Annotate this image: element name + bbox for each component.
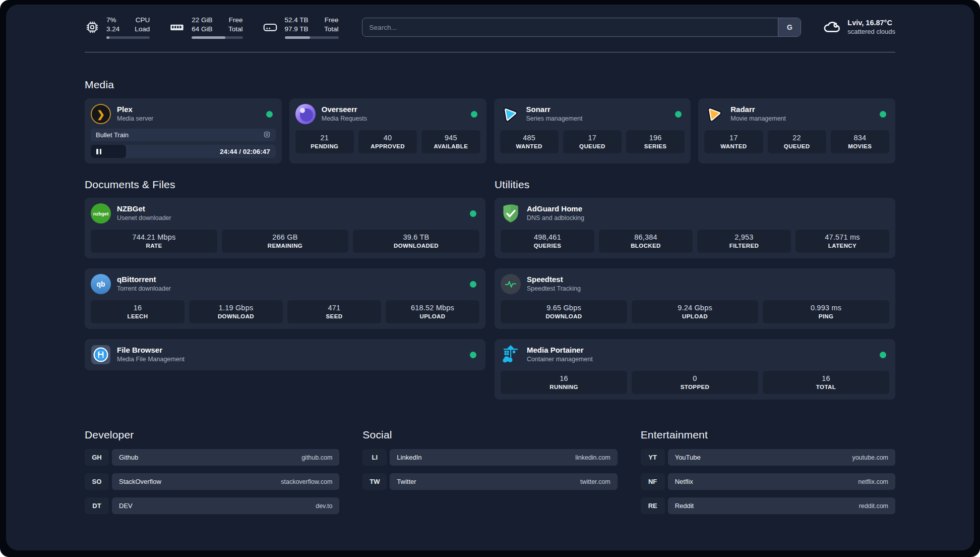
dashboard: 7% 3.24 CPU Load [6, 5, 974, 550]
link-pill[interactable]: YouTubeyoutube.com [668, 449, 895, 466]
link-pill[interactable]: Netflixnetflix.com [668, 473, 895, 490]
stats-row: 16RUNNING0STOPPED16TOTAL [501, 371, 889, 394]
link-row[interactable]: RERedditreddit.com [641, 497, 895, 514]
app-card-nzbget[interactable]: nzbget NZBGet Usenet downloader 744.21 M… [85, 198, 485, 258]
link-list: LILinkedInlinkedin.comTWTwittertwitter.c… [362, 449, 617, 490]
disk-stat: 52.4 TB 97.9 TB Free Total [262, 16, 339, 39]
stat-value: 834 [833, 134, 887, 142]
stat-label: WANTED [706, 143, 761, 149]
stat-value: 17 [706, 134, 761, 142]
search-input[interactable] [362, 18, 778, 36]
filebrowser-icon [91, 345, 111, 365]
stat-box: 498,461QUERIES [501, 230, 594, 253]
cpu-percent: 7% [106, 16, 119, 25]
cpu-label1: CPU [133, 16, 150, 25]
link-row[interactable]: SOStackOverflowstackoverflow.com [85, 473, 339, 490]
stat-value: 16 [503, 374, 625, 382]
link-row[interactable]: GHGithubgithub.com [85, 449, 339, 466]
stat-label: BLOCKED [601, 243, 691, 249]
link-pill[interactable]: StackOverflowstackoverflow.com [112, 473, 339, 490]
cloud-icon [822, 17, 841, 38]
stat-label: STOPPED [634, 384, 756, 390]
app-card-portainer[interactable]: Media Portainer Container management 16R… [495, 339, 895, 400]
app-title: qBittorrent [117, 275, 171, 284]
link-abbr: RE [641, 497, 665, 514]
disk-label2: Total [322, 25, 339, 34]
stat-value: 47.571 ms [798, 233, 887, 241]
app-card-overseerr[interactable]: Overseerr Media Requests 21PENDING40APPR… [289, 98, 486, 163]
pause-icon[interactable] [96, 149, 101, 154]
link-row[interactable]: NFNetflixnetflix.com [641, 473, 895, 490]
app-title: Speedtest [527, 275, 581, 284]
stat-label: RUNNING [503, 384, 625, 390]
app-card-speedtest[interactable]: Speedtest Speedtest Tracking 9.65 GbpsDO… [495, 268, 895, 329]
stat-box: 9.65 GbpsDOWNLOAD [501, 300, 627, 323]
link-domain: stackoverflow.com [281, 478, 332, 485]
section-title-social: Social [362, 429, 617, 441]
memory-free: 22 GiB [192, 16, 212, 25]
link-domain: youtube.com [852, 454, 888, 461]
overseerr-icon [295, 104, 316, 124]
stat-value: 196 [628, 134, 683, 142]
radarr-icon [704, 104, 724, 124]
stat-label: TOTAL [765, 384, 887, 390]
app-card-filebrowser[interactable]: File Browser Media File Management [85, 339, 485, 370]
app-title: Radarr [730, 105, 786, 114]
stats-row: 17WANTED22QUEUED834MOVIES [704, 130, 889, 153]
link-abbr: GH [85, 449, 109, 466]
stat-box: 485WANTED [500, 130, 559, 153]
link-name: DEV [119, 502, 133, 510]
stats-row: 9.65 GbpsDOWNLOAD9.24 GbpsUPLOAD0.993 ms… [501, 300, 889, 323]
stat-label: QUEUED [770, 143, 824, 149]
cpu-label2: Load [133, 25, 150, 34]
link-row[interactable]: YTYouTubeyoutube.com [641, 449, 895, 466]
link-list: GHGithubgithub.comSOStackOverflowstackov… [85, 449, 339, 514]
disk-progress-track [285, 36, 339, 39]
app-card-sonarr[interactable]: Sonarr Series management 485WANTED17QUEU… [494, 98, 691, 163]
stat-label: FILTERED [699, 243, 789, 249]
link-row[interactable]: LILinkedInlinkedin.com [362, 449, 617, 466]
stat-label: REMAINING [224, 243, 346, 249]
app-card-plex[interactable]: ❯ Plex Media server Bullet Train [85, 98, 282, 163]
stat-value: 1.19 Gbps [191, 304, 281, 312]
link-row[interactable]: DTDEVdev.to [85, 497, 339, 514]
media-item-icon [263, 131, 271, 140]
stat-box: 17QUEUED [563, 130, 622, 153]
stat-value: 266 GB [224, 233, 346, 241]
system-stats: 7% 3.24 CPU Load [85, 16, 339, 39]
link-abbr: NF [641, 473, 665, 490]
link-name: Twitter [397, 478, 416, 485]
stats-row: 21PENDING40APPROVED945AVAILABLE [295, 130, 480, 153]
link-abbr: LI [362, 449, 387, 466]
status-online-dot [675, 111, 682, 118]
link-domain: dev.to [316, 503, 332, 510]
link-row[interactable]: TWTwittertwitter.com [362, 473, 617, 490]
memory-progress-fill [192, 36, 225, 39]
speedtest-icon [501, 274, 521, 294]
stat-value: 485 [502, 134, 557, 142]
stat-value: 17 [565, 134, 620, 142]
link-pill[interactable]: Twittertwitter.com [390, 473, 617, 490]
playback-progress-bar[interactable]: 24:44 / 02:06:47 [91, 145, 276, 158]
search-engine-button[interactable]: G [778, 18, 801, 36]
stat-label: DOWNLOAD [191, 313, 281, 319]
cpu-stat: 7% 3.24 CPU Load [85, 16, 150, 39]
disk-total: 97.9 TB [285, 25, 309, 34]
portainer-icon [501, 345, 521, 365]
stat-value: 945 [423, 134, 478, 142]
app-card-radarr[interactable]: Radarr Movie management 17WANTED22QUEUED… [698, 98, 895, 163]
stat-label: MOVIES [833, 143, 887, 149]
stat-box: 2,953FILTERED [697, 230, 791, 253]
app-card-adguard[interactable]: AdGuard Home DNS and adblocking 498,461Q… [495, 198, 895, 258]
stat-value: 16 [765, 374, 887, 382]
weather-condition: scattered clouds [847, 27, 895, 36]
disk-free: 52.4 TB [285, 16, 309, 25]
link-pill[interactable]: DEVdev.to [112, 497, 339, 514]
link-pill[interactable]: Redditreddit.com [668, 497, 895, 514]
link-pill[interactable]: Githubgithub.com [112, 449, 339, 466]
link-pill[interactable]: LinkedInlinkedin.com [390, 449, 617, 466]
app-subtitle: Media server [117, 115, 153, 123]
app-card-qbittorrent[interactable]: qb qBittorrent Torrent downloader 16LEEC… [85, 268, 485, 329]
stat-box: 16LEECH [91, 300, 185, 323]
stat-value: 618.52 Mbps [388, 304, 477, 312]
